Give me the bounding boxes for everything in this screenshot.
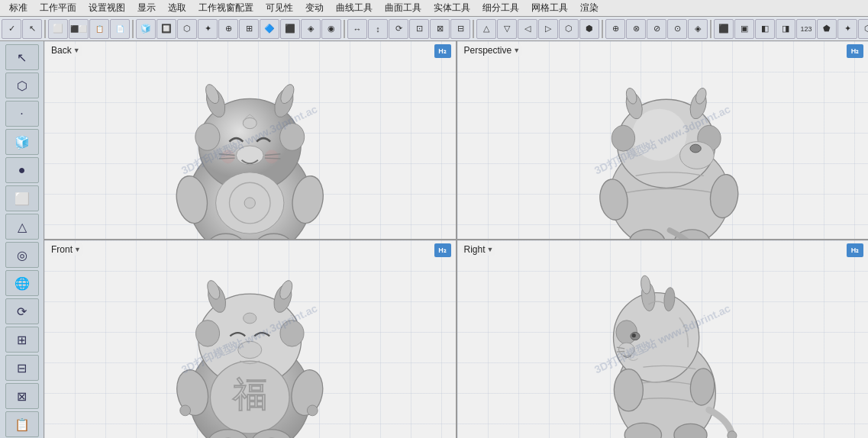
tool-b4[interactable]: ▷ (538, 19, 558, 39)
viewport-perspective-hbtn[interactable]: H₂ (847, 44, 863, 58)
tool-a4[interactable]: ⊡ (409, 19, 429, 39)
viewport-front-label-text: Front (51, 244, 73, 255)
tool-view2[interactable]: ⬛⬜ (69, 19, 89, 39)
svg-line-10 (219, 158, 235, 159)
menu-bar: 标准 工作平面 设置视图 显示 选取 工作视窗配置 可见性 变动 曲线工具 曲面… (0, 0, 868, 17)
sidebar-btn-arrow[interactable]: ↖ (5, 44, 39, 70)
viewport-right-dropdown[interactable]: ▼ (487, 246, 494, 253)
tool-a3[interactable]: ⟳ (389, 19, 408, 39)
tool-c5[interactable]: ◈ (688, 19, 708, 39)
tool-d6[interactable]: ⬟ (817, 19, 837, 39)
tool-view3[interactable]: 📋 (89, 19, 109, 39)
sidebar-btn-scale[interactable]: ⊞ (5, 327, 39, 353)
viewport-right-model (457, 252, 869, 438)
tool-d5[interactable]: 123 (796, 19, 816, 39)
viewport-right-label[interactable]: Right ▼ (462, 243, 496, 256)
tool-obj7[interactable]: 🔷 (260, 19, 279, 39)
tool-d2[interactable]: ▣ (734, 19, 754, 39)
viewport-back-dropdown[interactable]: ▼ (73, 47, 80, 54)
sidebar-btn-array[interactable]: ⊠ (5, 383, 39, 409)
tool-b5[interactable]: ⬡ (559, 19, 579, 39)
tool-sep-6 (710, 20, 712, 38)
sidebar-btn-book[interactable]: 📋 (5, 411, 39, 437)
tool-obj6[interactable]: ⊞ (239, 19, 259, 39)
tool-d3[interactable]: ◧ (755, 19, 775, 39)
viewport-right-hbtn[interactable]: H₂ (847, 243, 863, 257)
sidebar-btn-torus[interactable]: ◎ (5, 242, 39, 268)
sidebar-btn-cube[interactable]: 🧊 (5, 129, 39, 155)
tool-a5[interactable]: ⊠ (430, 19, 450, 39)
svg-point-7 (221, 150, 235, 163)
menu-setview[interactable]: 设置视图 (82, 0, 131, 16)
tool-c4[interactable]: ⊙ (667, 19, 687, 39)
viewport-right[interactable]: Right ▼ H₂ 3D打印模型站 www.3dprint.ac (457, 240, 869, 438)
menu-subdivtools[interactable]: 细分工具 (476, 0, 525, 16)
viewport-perspective-label[interactable]: Perspective ▼ (462, 44, 523, 56)
menu-render[interactable]: 渲染 (574, 0, 605, 16)
viewport-front-hbtn[interactable]: H₂ (434, 243, 451, 257)
menu-curvetools[interactable]: 曲线工具 (330, 0, 379, 16)
tool-c3[interactable]: ⊘ (647, 19, 666, 39)
viewport-front-label[interactable]: Front ▼ (49, 243, 83, 256)
menu-visibility[interactable]: 可见性 (260, 0, 299, 16)
viewport-front-model: 福 (44, 256, 456, 438)
tool-view4[interactable]: 📄 (110, 19, 130, 39)
tool-b2[interactable]: ▽ (497, 19, 517, 39)
tool-obj3[interactable]: ⬡ (177, 19, 197, 39)
sidebar-btn-sphere[interactable]: ● (5, 157, 39, 183)
menu-solidtools[interactable]: 实体工具 (428, 0, 476, 16)
viewport-back[interactable]: Back ▼ H₂ 3D打印模型站 www.3dprint.ac (44, 41, 456, 239)
sidebar-btn-cylinder[interactable]: ⬜ (5, 185, 39, 211)
tool-b6[interactable]: ⬢ (579, 19, 599, 39)
menu-select[interactable]: 选取 (162, 0, 192, 16)
tool-d1[interactable]: ⬛ (714, 19, 734, 39)
tool-d7[interactable]: ✦ (837, 19, 857, 39)
viewport-front[interactable]: Front ▼ H₂ 3D打印模型站 www.3dprint.ac (44, 240, 456, 438)
viewport-right-label-text: Right (464, 244, 486, 255)
tool-obj8[interactable]: ⬛ (280, 19, 300, 39)
menu-standard[interactable]: 标准 (3, 0, 34, 16)
tool-obj10[interactable]: ◉ (321, 19, 341, 39)
tool-d8[interactable]: ⬡ (858, 19, 868, 39)
menu-surfacetools[interactable]: 曲面工具 (379, 0, 428, 16)
tool-b1[interactable]: △ (476, 19, 496, 39)
tool-d4[interactable]: ◨ (776, 19, 795, 39)
tool-cursor[interactable]: ↖ (22, 19, 42, 39)
menu-viewconfig[interactable]: 工作视窗配置 (192, 0, 260, 16)
viewport-back-hbtn[interactable]: H₂ (434, 44, 451, 58)
svg-point-55 (180, 405, 191, 416)
svg-point-56 (307, 405, 318, 416)
viewport-perspective-model (457, 56, 869, 239)
menu-display[interactable]: 显示 (131, 0, 162, 16)
menu-transform[interactable]: 变动 (299, 0, 330, 16)
viewport-front-dropdown[interactable]: ▼ (74, 246, 81, 253)
viewport-back-label[interactable]: Back ▼ (49, 44, 82, 56)
tool-c2[interactable]: ⊗ (626, 19, 646, 39)
tool-view1[interactable]: ⬜ (48, 19, 68, 39)
menu-workplane[interactable]: 工作平面 (34, 0, 82, 16)
viewport-perspective[interactable]: Perspective ▼ H₂ 3D打印模型站 www.3dprint.ac (457, 41, 869, 239)
tool-check[interactable]: ✓ (2, 19, 21, 39)
tool-obj9[interactable]: ◈ (301, 19, 321, 39)
svg-point-45 (195, 320, 219, 347)
tool-obj5[interactable]: ⊕ (218, 19, 238, 39)
tool-a1[interactable]: ↔ (347, 19, 367, 39)
menu-meshtools[interactable]: 网格工具 (525, 0, 574, 16)
sidebar-btn-globe[interactable]: 🌐 (5, 270, 39, 296)
sidebar-btn-point[interactable]: · (5, 101, 39, 127)
tool-b3[interactable]: ◁ (518, 19, 537, 39)
left-sidebar: ↖ ⬡ · 🧊 ● ⬜ △ ◎ 🌐 ⟳ ⊞ ⊟ ⊠ 📋 ⚙ (0, 41, 44, 438)
sidebar-btn-cone[interactable]: △ (5, 214, 39, 240)
sidebar-btn-mirror[interactable]: ⊟ (5, 355, 39, 381)
viewport-perspective-dropdown[interactable]: ▼ (513, 47, 520, 54)
sidebar-btn-rotate[interactable]: ⟳ (5, 298, 39, 324)
tool-obj2[interactable]: 🔲 (156, 19, 176, 39)
sidebar-btn-select[interactable]: ⬡ (5, 72, 39, 98)
tool-obj4[interactable]: ✦ (198, 19, 218, 39)
tool-c1[interactable]: ⊕ (605, 19, 625, 39)
tool-a6[interactable]: ⊟ (450, 19, 470, 39)
tool-obj1[interactable]: 🧊 (136, 19, 156, 39)
svg-point-13 (195, 124, 220, 151)
tool-a2[interactable]: ↕ (368, 19, 388, 39)
svg-point-64 (631, 333, 635, 337)
